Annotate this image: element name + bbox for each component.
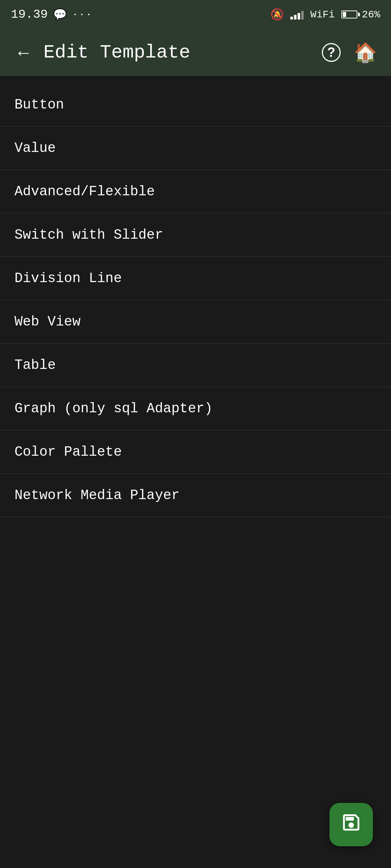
help-icon: ? <box>322 43 341 62</box>
menu-list: ButtonValueAdvanced/FlexibleSwitch with … <box>0 76 391 524</box>
menu-item-value[interactable]: Value <box>0 127 391 170</box>
wifi-icon: WiFi <box>310 9 335 20</box>
app-bar-actions: ? 🏠 <box>319 39 380 67</box>
back-icon: ← <box>14 42 33 63</box>
whatsapp-icon: 💬 <box>53 8 67 21</box>
status-bar: 19.39 💬 ··· 🔕 WiFi 26% <box>0 0 391 29</box>
menu-item-division-line[interactable]: Division Line <box>0 257 391 300</box>
app-bar: ← Edit Template ? 🏠 <box>0 29 391 76</box>
save-fab-button[interactable] <box>329 803 373 846</box>
menu-item-advanced-flexible[interactable]: Advanced/Flexible <box>0 170 391 213</box>
menu-item-table[interactable]: Table <box>0 344 391 387</box>
save-icon <box>340 812 362 838</box>
status-right: 🔕 WiFi 26% <box>270 8 380 21</box>
status-time: 19.39 <box>11 8 48 21</box>
bottom-divider <box>0 517 391 517</box>
battery-percent: 26% <box>362 9 380 20</box>
back-button[interactable]: ← <box>11 38 36 67</box>
mute-icon: 🔕 <box>270 8 284 21</box>
home-button[interactable]: 🏠 <box>351 39 380 67</box>
battery-indicator: 26% <box>341 9 380 20</box>
status-left: 19.39 💬 ··· <box>11 8 92 21</box>
menu-item-graph-sql[interactable]: Graph (only sql Adapter) <box>0 387 391 430</box>
menu-item-button[interactable]: Button <box>0 83 391 126</box>
menu-item-switch-with-slider[interactable]: Switch with Slider <box>0 213 391 256</box>
menu-item-color-pallete[interactable]: Color Pallete <box>0 430 391 473</box>
menu-item-web-view[interactable]: Web View <box>0 300 391 343</box>
signal-icon <box>290 9 304 20</box>
menu-item-network-media-player[interactable]: Network Media Player <box>0 474 391 517</box>
page-title: Edit Template <box>43 42 312 63</box>
home-icon: 🏠 <box>354 42 377 64</box>
more-dots: ··· <box>72 9 92 20</box>
help-button[interactable]: ? <box>319 40 344 65</box>
